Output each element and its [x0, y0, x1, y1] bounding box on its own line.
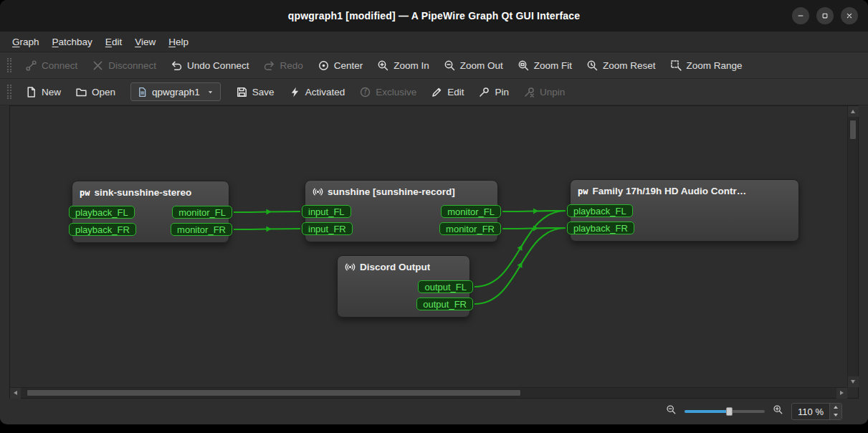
toolbar-button-exclusive[interactable]: fExclusive — [353, 82, 423, 103]
scroll-right-button[interactable] — [836, 388, 847, 399]
toolbar-button-center[interactable]: Center — [311, 55, 370, 76]
toolbar-button-label: Unpin — [540, 87, 565, 97]
zoom-reset-icon — [586, 60, 598, 72]
node-family[interactable]: pwFamily 17h/19h HD Audio Contr…playback… — [570, 179, 799, 242]
scroll-down-button[interactable] — [848, 376, 859, 387]
scroll-left-button[interactable] — [10, 388, 21, 399]
port-output-fl[interactable]: output_FL — [418, 280, 473, 293]
menubar: GraphPatchbayEditViewHelp — [0, 32, 868, 52]
node-title: sunshine [sunshine-record] — [328, 186, 455, 197]
toolbar-button-save[interactable]: Save — [229, 82, 281, 103]
exclusive-icon: f — [359, 86, 371, 98]
toolbar-button-label: Open — [92, 87, 115, 97]
zoom-slider-handle[interactable] — [726, 407, 733, 416]
scrollbar-corner — [847, 387, 858, 398]
graph-canvas[interactable]: pwsink-sunshine-stereoplayback_FLplaybac… — [10, 106, 847, 387]
window-title: qpwgraph1 [modified] — A PipeWire Graph … — [288, 10, 581, 22]
port-playback-fl[interactable]: playback_FL — [567, 204, 633, 217]
horizontal-scroll-track[interactable] — [21, 388, 836, 398]
port-input-fr[interactable]: input_FR — [302, 222, 353, 235]
port-monitor-fl[interactable]: monitor_FL — [172, 206, 232, 219]
port-playback-fr[interactable]: playback_FR — [69, 223, 136, 236]
zoom-slider[interactable] — [685, 406, 765, 417]
menu-help[interactable]: Help — [162, 34, 195, 50]
toolbar-button-new[interactable]: New — [19, 82, 67, 103]
menu-graph[interactable]: Graph — [6, 34, 46, 50]
maximize-button[interactable] — [816, 7, 834, 24]
open-icon — [75, 86, 87, 98]
pipewire-icon: pw — [578, 186, 588, 196]
toolbar-button-label: Undo Connect — [187, 60, 249, 71]
vertical-scroll-track[interactable] — [848, 117, 858, 376]
toolbar-button-zoom-in[interactable]: Zoom In — [371, 55, 436, 76]
toolbar-button-disconnect[interactable]: Disconnect — [85, 55, 163, 76]
svg-text:f: f — [364, 87, 367, 95]
toolbar-button-edit[interactable]: Edit — [424, 82, 470, 103]
zoom-spin-down-button[interactable] — [830, 411, 841, 419]
toolbar-button-zoom-reset[interactable]: Zoom Reset — [580, 55, 662, 76]
node-sunshine[interactable]: sunshine [sunshine-record]input_FLinput_… — [305, 180, 498, 242]
toolbar-patchbay: NewOpenqpwgraph1SaveActivatedfExclusiveE… — [0, 79, 868, 105]
disconnect-icon — [92, 60, 104, 72]
node-header: pwFamily 17h/19h HD Audio Contr… — [571, 180, 798, 196]
unpin-icon — [523, 86, 535, 98]
up-arrow-icon — [851, 110, 855, 113]
zoom-out-icon — [666, 404, 677, 415]
toolbar-button-undo-connect[interactable]: Undo Connect — [164, 55, 255, 76]
app-window: qpwgraph1 [modified] — A PipeWire Graph … — [0, 0, 868, 424]
scroll-up-button[interactable] — [848, 106, 859, 117]
pipewire-icon: pw — [80, 188, 90, 198]
horizontal-scroll-thumb[interactable] — [27, 389, 521, 396]
patchbay-combobox[interactable]: qpwgraph1 — [130, 82, 221, 101]
connect-icon — [25, 60, 37, 72]
connection-arrow — [518, 244, 525, 251]
zoom-slider-fill — [685, 410, 729, 413]
toolbar-button-redo[interactable]: Redo — [257, 55, 309, 76]
node-header: pwsink-sunshine-stereo — [72, 181, 229, 198]
toolbar-button-activated[interactable]: Activated — [282, 82, 352, 103]
port-monitor-fr[interactable]: monitor_FR — [439, 222, 501, 235]
zoom-spin-up-button[interactable] — [830, 404, 841, 411]
port-monitor-fl[interactable]: monitor_FL — [441, 205, 501, 218]
node-sink[interactable]: pwsink-sunshine-stereoplayback_FLplaybac… — [72, 181, 229, 243]
toolbar-button-label: Save — [252, 87, 275, 97]
zoom-value[interactable]: 110 % — [792, 404, 829, 419]
connection-arrow — [266, 209, 271, 214]
toolbar-button-label: Zoom Range — [687, 60, 743, 71]
port-playback-fr[interactable]: playback_FR — [567, 222, 634, 234]
horizontal-scrollbar[interactable] — [10, 387, 847, 398]
node-title: sink-sunshine-stereo — [94, 187, 191, 198]
toolbar-button-connect[interactable]: Connect — [19, 55, 84, 76]
toolbar-drag-handle[interactable] — [7, 85, 11, 99]
patchbay-file-icon — [137, 87, 148, 97]
menu-edit[interactable]: Edit — [99, 34, 128, 50]
left-arrow-icon — [14, 391, 17, 395]
minimize-button[interactable] — [792, 7, 809, 24]
menu-view[interactable]: View — [128, 34, 162, 50]
zoom-spinbox[interactable]: 110 % — [791, 403, 842, 420]
zoom-in-icon[interactable] — [773, 404, 783, 418]
vertical-scrollbar[interactable] — [847, 106, 858, 387]
node-discord[interactable]: Discord Outputoutput_FLoutput_FR — [337, 255, 470, 318]
menu-patchbay[interactable]: Patchbay — [46, 34, 99, 50]
toolbar-button-zoom-range[interactable]: Zoom Range — [664, 55, 749, 76]
undo-icon — [171, 60, 183, 72]
toolbar-button-unpin[interactable]: Unpin — [517, 82, 571, 103]
toolbar-button-zoom-out[interactable]: Zoom Out — [437, 55, 510, 76]
port-output-fr[interactable]: output_FR — [416, 298, 473, 310]
toolbar-button-open[interactable]: Open — [69, 82, 122, 103]
toolbar-button-zoom-fit[interactable]: Zoom Fit — [511, 55, 578, 76]
connection-arrow — [533, 208, 538, 214]
port-playback-fl[interactable]: playback_FL — [69, 206, 135, 219]
node-header: Discord Output — [338, 256, 469, 272]
zoom-out-icon[interactable] — [666, 404, 677, 418]
vertical-scroll-thumb[interactable] — [849, 120, 857, 140]
toolbar-button-pin[interactable]: Pin — [472, 82, 515, 103]
toolbar-button-label: Edit — [447, 87, 464, 97]
close-button[interactable] — [841, 7, 858, 24]
activated-icon — [289, 86, 301, 98]
port-input-fl[interactable]: input_FL — [302, 205, 351, 218]
toolbar-drag-handle[interactable] — [7, 58, 11, 72]
port-monitor-fr[interactable]: monitor_FR — [171, 223, 232, 236]
node-title: Family 17h/19h HD Audio Contr… — [592, 186, 746, 196]
